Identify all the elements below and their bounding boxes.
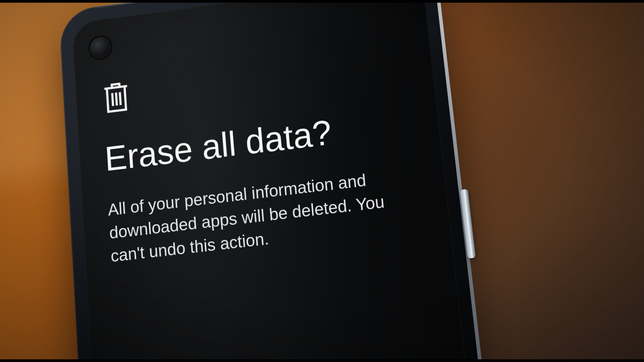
trash-icon	[100, 45, 406, 117]
dialog-body: All of your personal information and dow…	[107, 164, 416, 268]
perspective-stage: Erase all data? All of your personal inf…	[0, 0, 644, 362]
front-camera	[90, 36, 111, 59]
dialog-title: Erase all data?	[104, 103, 413, 178]
letterbox-bottom	[0, 359, 644, 362]
letterbox-top	[0, 0, 644, 3]
phone-device: Erase all data? All of your personal inf…	[59, 0, 529, 362]
erase-data-dialog: Erase all data? All of your personal inf…	[100, 45, 423, 268]
